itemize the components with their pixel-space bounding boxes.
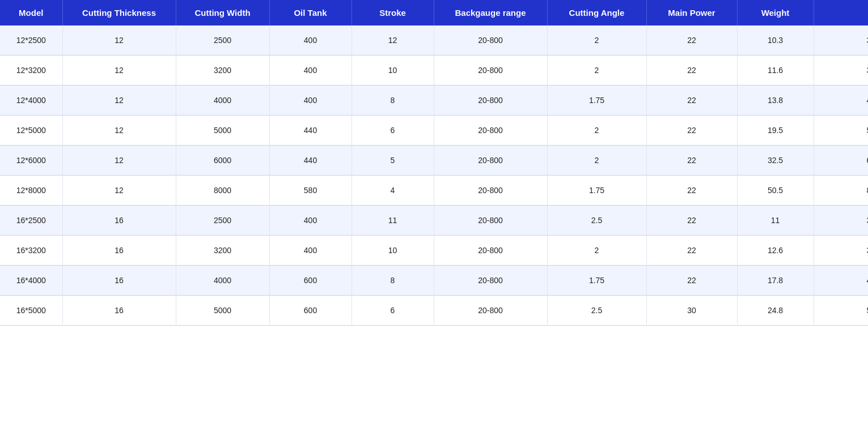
- cell-model: 12*5000: [0, 116, 62, 146]
- col-header-main-power: Main Power: [646, 0, 737, 25]
- cell-dimensions: 3170*2150*2180: [814, 25, 868, 56]
- table-row: 16*25001625004001120-8002.522113245*2290…: [0, 206, 868, 236]
- cell-mainPower: 22: [646, 86, 737, 116]
- cell-angle: 1.75: [547, 86, 646, 116]
- cell-mainPower: 22: [646, 176, 737, 206]
- cell-dimensions: 4700*2285*2180: [814, 86, 868, 116]
- cell-oilTank: 400: [269, 86, 352, 116]
- cell-cuttingWidth: 4000: [176, 266, 269, 296]
- cell-cuttingWidth: 4000: [176, 86, 269, 116]
- cell-oilTank: 440: [269, 146, 352, 176]
- cell-angle: 2.5: [547, 296, 646, 326]
- cell-weight: 32.5: [737, 146, 814, 176]
- cell-stroke: 10: [352, 236, 434, 266]
- col-header-oil-tank: Oil Tank: [269, 0, 352, 25]
- col-header-backgauge: Backgauge range: [434, 0, 547, 25]
- cell-weight: 17.8: [737, 266, 814, 296]
- col-header-stroke: Stroke: [352, 0, 434, 25]
- cell-cuttingWidth: 5000: [176, 116, 269, 146]
- cell-weight: 11.6: [737, 56, 814, 86]
- col-header-dimensions: Dimensions: [814, 0, 868, 25]
- cell-backgauge: 20-800: [434, 266, 547, 296]
- table-header-row: Model Cutting Thickness Cutting Width Oi…: [0, 0, 868, 25]
- cell-model: 12*8000: [0, 176, 62, 206]
- cell-cuttingWidth: 5000: [176, 296, 269, 326]
- cell-backgauge: 20-800: [434, 236, 547, 266]
- cell-dimensions: 5900*2600*2700: [814, 296, 868, 326]
- cell-cuttingWidth: 8000: [176, 176, 269, 206]
- cell-angle: 2.5: [547, 206, 646, 236]
- table-row: 16*4000164000600820-8001.752217.84705*25…: [0, 266, 868, 296]
- cell-stroke: 6: [352, 116, 434, 146]
- cell-model: 12*3200: [0, 56, 62, 86]
- cell-mainPower: 30: [646, 296, 737, 326]
- cell-stroke: 8: [352, 266, 434, 296]
- cell-oilTank: 400: [269, 56, 352, 86]
- cell-backgauge: 20-800: [434, 146, 547, 176]
- cell-weight: 11: [737, 206, 814, 236]
- cell-model: 16*2500: [0, 206, 62, 236]
- cell-thickness: 12: [62, 56, 176, 86]
- cell-mainPower: 22: [646, 266, 737, 296]
- cell-angle: 1.75: [547, 176, 646, 206]
- cell-stroke: 5: [352, 146, 434, 176]
- cell-oilTank: 600: [269, 266, 352, 296]
- table-row: 12*5000125000440620-80022219.55800*2450*…: [0, 116, 868, 146]
- cell-backgauge: 20-800: [434, 176, 547, 206]
- cell-cuttingWidth: 2500: [176, 25, 269, 56]
- specifications-table: Model Cutting Thickness Cutting Width Oi…: [0, 0, 868, 326]
- col-header-thickness: Cutting Thickness: [62, 0, 176, 25]
- cell-angle: 2: [547, 56, 646, 86]
- cell-model: 16*3200: [0, 236, 62, 266]
- cell-cuttingWidth: 3200: [176, 236, 269, 266]
- cell-backgauge: 20-800: [434, 25, 547, 56]
- table-row: 12*6000126000440520-80022232.56600*2600*…: [0, 146, 868, 176]
- cell-stroke: 10: [352, 56, 434, 86]
- cell-angle: 2: [547, 236, 646, 266]
- cell-dimensions: 3245*2290*2180: [814, 206, 868, 236]
- cell-weight: 13.8: [737, 86, 814, 116]
- cell-stroke: 12: [352, 25, 434, 56]
- table-row: 12*25001225004001220-80022210.33170*2150…: [0, 25, 868, 56]
- cell-oilTank: 400: [269, 206, 352, 236]
- cell-stroke: 8: [352, 86, 434, 116]
- cell-dimensions: 5800*2450*2400: [814, 116, 868, 146]
- col-header-angle: Cutting Angle: [547, 0, 646, 25]
- table-row: 16*32001632004001020-80022212.63870*2300…: [0, 236, 868, 266]
- table-row: 16*5000165000600620-8002.53024.85900*260…: [0, 296, 868, 326]
- cell-weight: 10.3: [737, 25, 814, 56]
- cell-thickness: 12: [62, 146, 176, 176]
- cell-stroke: 6: [352, 296, 434, 326]
- cell-backgauge: 20-800: [434, 56, 547, 86]
- col-header-weight: Weight: [737, 0, 814, 25]
- cell-weight: 24.8: [737, 296, 814, 326]
- cell-thickness: 12: [62, 116, 176, 146]
- cell-dimensions: 3800*2150*2180: [814, 56, 868, 86]
- cell-backgauge: 20-800: [434, 296, 547, 326]
- cell-model: 12*4000: [0, 86, 62, 116]
- cell-thickness: 16: [62, 266, 176, 296]
- cell-oilTank: 440: [269, 116, 352, 146]
- cell-backgauge: 20-800: [434, 206, 547, 236]
- cell-model: 16*5000: [0, 296, 62, 326]
- cell-mainPower: 22: [646, 56, 737, 86]
- cell-weight: 19.5: [737, 116, 814, 146]
- cell-dimensions: 8600*3250*3200: [814, 176, 868, 206]
- cell-dimensions: 6600*2600*2700: [814, 146, 868, 176]
- cell-cuttingWidth: 2500: [176, 206, 269, 236]
- cell-dimensions: 3870*2300*2180: [814, 236, 868, 266]
- cell-cuttingWidth: 6000: [176, 146, 269, 176]
- cell-mainPower: 22: [646, 206, 737, 236]
- cell-angle: 1.75: [547, 266, 646, 296]
- table-row: 12*4000124000400820-8001.752213.84700*22…: [0, 86, 868, 116]
- cell-model: 16*4000: [0, 266, 62, 296]
- cell-model: 12*2500: [0, 25, 62, 56]
- cell-mainPower: 22: [646, 146, 737, 176]
- cell-thickness: 16: [62, 236, 176, 266]
- cell-thickness: 16: [62, 296, 176, 326]
- cell-weight: 12.6: [737, 236, 814, 266]
- cell-backgauge: 20-800: [434, 116, 547, 146]
- cell-mainPower: 22: [646, 25, 737, 56]
- cell-cuttingWidth: 3200: [176, 56, 269, 86]
- cell-thickness: 16: [62, 206, 176, 236]
